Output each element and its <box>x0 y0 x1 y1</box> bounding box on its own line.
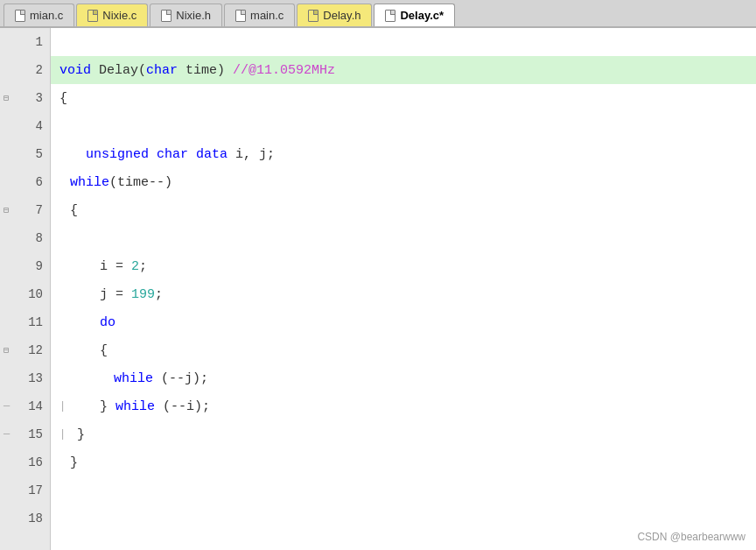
line-num-10: 10 <box>0 280 50 308</box>
line-num-17: 17 <box>0 476 50 504</box>
code-line-3: { <box>51 84 756 112</box>
line-num-13: 13 <box>0 364 50 392</box>
line-num-12: ⊟ 12 <box>0 336 50 364</box>
tab-label-mian-c: mian.c <box>30 9 63 22</box>
code-line-9: i = 2; <box>51 252 756 280</box>
line-num-11: 11 <box>0 308 50 336</box>
tab-label-delay-c: Delay.c* <box>400 9 444 22</box>
line-num-2: 2 <box>0 56 50 84</box>
fold-icon-12[interactable]: ⊟ <box>4 345 9 356</box>
line-num-6: 6 <box>0 168 50 196</box>
editor: 1 2 ⊟ 3 4 5 6 ⊟ 7 8 9 10 11 ⊟ 12 13 — 14… <box>0 28 756 550</box>
code-line-1 <box>51 28 756 56</box>
tab-mian-c[interactable]: mian.c <box>4 4 74 26</box>
tab-delay-h[interactable]: Delay.h <box>297 4 372 26</box>
line-num-8: 8 <box>0 224 50 252</box>
tab-icon-main-c <box>235 10 246 22</box>
code-line-6: while(time--) <box>51 168 756 196</box>
line-num-1: 1 <box>0 28 50 56</box>
code-area[interactable]: void Delay(char time) //@11.0592MHz { un… <box>51 28 756 550</box>
code-line-15: | } <box>51 420 756 448</box>
line-number-gutter: 1 2 ⊟ 3 4 5 6 ⊟ 7 8 9 10 11 ⊟ 12 13 — 14… <box>0 28 51 550</box>
tab-delay-c[interactable]: Delay.c* <box>374 4 455 26</box>
code-line-8 <box>51 224 756 252</box>
tab-icon-nixie-h <box>161 10 172 22</box>
code-line-18 <box>51 504 756 532</box>
fold-icon-3[interactable]: ⊟ <box>4 93 9 103</box>
tab-label-main-c: main.c <box>250 9 284 22</box>
code-line-12: { <box>51 336 756 364</box>
code-line-7: { <box>51 196 756 224</box>
tab-nixie-c[interactable]: Nixie.c <box>76 4 148 26</box>
code-line-16: } <box>51 448 756 476</box>
line-num-3: ⊟ 3 <box>0 84 50 112</box>
tab-main-c[interactable]: main.c <box>224 4 295 26</box>
code-line-4 <box>51 112 756 140</box>
code-line-10: j = 199; <box>51 280 756 308</box>
code-line-5: unsigned char data i, j; <box>51 140 756 168</box>
code-line-13: while (--j); <box>51 364 756 392</box>
tab-icon-delay-c <box>385 10 396 22</box>
tab-icon-nixie-c <box>88 10 98 22</box>
line-num-15: — 15 <box>0 420 50 448</box>
line-num-4: 4 <box>0 112 50 140</box>
line-num-16: 16 <box>0 448 50 476</box>
fold-icon-7[interactable]: ⊟ <box>4 205 9 215</box>
watermark: CSDN @bearbearwww <box>637 531 746 543</box>
tab-nixie-h[interactable]: Nixie.h <box>150 4 222 26</box>
code-line-11: do <box>51 308 756 336</box>
code-line-14: | } while (--i); <box>51 392 756 420</box>
tab-icon-mian-c <box>15 10 25 22</box>
tab-label-nixie-c: Nixie.c <box>102 9 136 22</box>
tab-label-delay-h: Delay.h <box>323 9 360 22</box>
line-num-18: 18 <box>0 504 50 532</box>
tab-icon-delay-h <box>308 10 318 22</box>
code-line-2: void Delay(char time) //@11.0592MHz <box>51 56 756 84</box>
line-num-5: 5 <box>0 140 50 168</box>
line-num-7: ⊟ 7 <box>0 196 50 224</box>
tab-bar: mian.c Nixie.c Nixie.h main.c Delay.h De… <box>0 0 756 28</box>
fold-dash-15: — <box>4 428 10 441</box>
line-num-9: 9 <box>0 252 50 280</box>
tab-label-nixie-h: Nixie.h <box>176 9 211 22</box>
line-num-14: — 14 <box>0 392 50 420</box>
fold-dash-14: — <box>4 400 10 412</box>
code-line-17 <box>51 476 756 504</box>
